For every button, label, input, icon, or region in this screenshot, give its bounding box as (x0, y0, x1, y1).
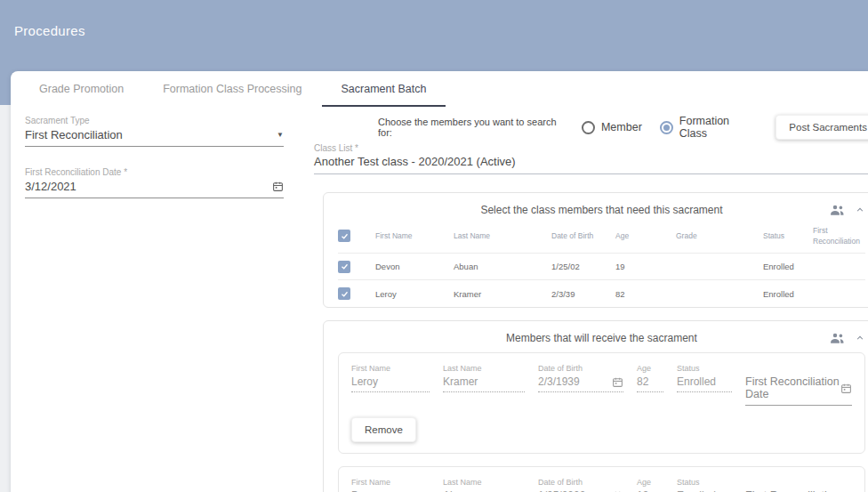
col-first-name: First Name (375, 231, 454, 241)
first-name-field: First Name Leroy (351, 364, 430, 392)
first-reconciliation-date-value: 3/12/2021 (25, 180, 76, 193)
tab-sacrament-batch[interactable]: Sacrament Batch (322, 71, 446, 107)
collapse-chevron-up-icon[interactable] (855, 334, 865, 343)
group-icon[interactable] (830, 332, 846, 344)
cell-dob: 2/3/39 (551, 289, 615, 299)
post-sacraments-button[interactable]: Post Sacraments (776, 115, 868, 140)
cell-age: 19 (615, 262, 676, 271)
chevron-down-icon[interactable]: ▼ (277, 132, 284, 139)
member-card: First Name Leroy Last Name Kramer Date o… (338, 352, 865, 454)
radio-formation-class-label: Formation Class (679, 115, 755, 140)
class-list-field[interactable]: Class List * Another Test class - 2020/2… (314, 143, 868, 174)
dob-field: Date of Birth 1/25/2002 (538, 478, 623, 492)
last-name-field: Last Name Kramer (443, 364, 525, 392)
status-field: Status Enrolled (677, 364, 732, 392)
calendar-icon[interactable] (272, 181, 284, 192)
first-name-value: Leroy (351, 375, 378, 388)
first-reconciliation-date-placeholder: First Reconciliation Date (745, 375, 840, 400)
tabs-bar: Grade Promotion Formation Class Processi… (11, 71, 868, 107)
last-name-value: Kramer (443, 375, 478, 388)
dob-value: 2/3/1939 (538, 375, 580, 388)
class-members-panel: Select the class members that need this … (323, 192, 868, 308)
cell-dob: 1/25/02 (551, 262, 615, 271)
radio-icon-selected (660, 121, 673, 134)
status-field: Status Enrolled (677, 478, 732, 492)
cell-last-name: Kramer (454, 289, 551, 299)
status-value: Enrolled (677, 375, 716, 388)
cell-first-name: Devon (375, 262, 454, 271)
table-header-row: First Name Last Name Date of Birth Age G… (338, 220, 865, 254)
first-reconciliation-date-input[interactable]: First Reconciliation Date (745, 375, 852, 406)
age-field: Age 82 (637, 364, 663, 392)
class-list-label: Class List * (314, 143, 868, 153)
procedures-card: Grade Promotion Formation Class Processi… (11, 71, 868, 492)
cell-status: Enrolled (763, 262, 813, 271)
sacrament-type-label: Sacrament Type (25, 116, 284, 125)
tab-label: Formation Class Processing (163, 83, 301, 95)
radio-icon (582, 121, 595, 134)
first-name-label: First Name (351, 364, 430, 373)
calendar-icon[interactable] (840, 383, 852, 394)
status-label: Status (677, 364, 732, 373)
first-name-label: First Name (351, 478, 430, 487)
class-members-table: First Name Last Name Date of Birth Age G… (338, 220, 865, 307)
sacrament-type-value: First Reconciliation (25, 128, 123, 141)
status-label: Status (677, 478, 732, 487)
age-field: Age 19 (637, 478, 663, 492)
dob-field: Date of Birth 2/3/1939 (538, 364, 623, 392)
col-status: Status (763, 231, 813, 241)
last-name-label: Last Name (443, 478, 525, 487)
collapse-chevron-up-icon[interactable] (855, 206, 865, 214)
calendar-icon[interactable] (612, 376, 623, 388)
receiving-members-panel: Members that will receive the sacrament (323, 320, 868, 492)
search-prompt: Choose the members you want to search fo… (378, 117, 562, 138)
dob-label: Date of Birth (538, 364, 623, 373)
col-age: Age (615, 231, 676, 241)
col-date-of-birth: Date of Birth (551, 231, 615, 241)
cell-age: 82 (615, 289, 676, 299)
last-name-field: Last Name Abuan (443, 478, 525, 492)
row-checkbox[interactable] (338, 287, 350, 300)
age-label: Age (637, 478, 663, 487)
dob-label: Date of Birth (538, 478, 623, 487)
class-list-value: Another Test class - 2020/2021 (Active) (314, 155, 516, 168)
sacrament-form: Sacrament Type First Reconciliation ▼ Fi… (11, 107, 314, 198)
radio-formation-class[interactable]: Formation Class (660, 115, 755, 140)
age-label: Age (637, 364, 663, 373)
select-all-checkbox[interactable] (338, 230, 350, 242)
col-grade: Grade (676, 231, 763, 241)
tab-content: Sacrament Type First Reconciliation ▼ Fi… (11, 107, 868, 492)
member-search-options: Choose the members you want to search fo… (378, 114, 868, 141)
tab-formation-class-processing[interactable]: Formation Class Processing (143, 71, 321, 107)
class-members-panel-title: Select the class members that need this … (379, 204, 824, 216)
receiving-members-panel-title: Members that will receive the sacrament (379, 332, 824, 344)
sacrament-type-select[interactable]: Sacrament Type First Reconciliation ▼ (25, 116, 284, 147)
batch-pane: Choose the members you want to search fo… (314, 107, 868, 492)
tab-label: Grade Promotion (39, 83, 124, 95)
cell-first-name: Leroy (375, 289, 454, 299)
age-value: 82 (637, 375, 648, 388)
first-name-field: First Name Devon (351, 478, 430, 492)
first-reconciliation-date-field[interactable]: First Reconciliation Date * 3/12/2021 (25, 167, 284, 198)
first-reconciliation-date-label: First Reconciliation Date * (25, 167, 284, 177)
tab-label: Sacrament Batch (342, 83, 427, 95)
member-card: First Name Devon Last Name Abuan Date of… (338, 466, 865, 492)
group-icon[interactable] (830, 204, 846, 216)
cell-last-name: Abuan (454, 262, 551, 271)
page-title: Procedures (14, 23, 85, 38)
row-checkbox[interactable] (338, 261, 350, 273)
table-row: Leroy Kramer 2/3/39 82 Enrolled (338, 280, 865, 307)
receiving-members-panel-header: Members that will receive the sacrament (338, 332, 865, 344)
table-row: Devon Abuan 1/25/02 19 Enrolled (338, 254, 865, 280)
col-last-name: Last Name (454, 231, 551, 241)
class-members-panel-header: Select the class members that need this … (338, 204, 865, 216)
radio-member[interactable]: Member (582, 121, 642, 134)
col-first-reconciliation: First Reconciliation (813, 226, 865, 246)
radio-member-label: Member (601, 121, 642, 133)
last-name-label: Last Name (443, 364, 525, 373)
cell-status: Enrolled (763, 289, 813, 299)
tab-grade-promotion[interactable]: Grade Promotion (20, 71, 143, 107)
remove-member-button[interactable]: Remove (351, 417, 416, 442)
